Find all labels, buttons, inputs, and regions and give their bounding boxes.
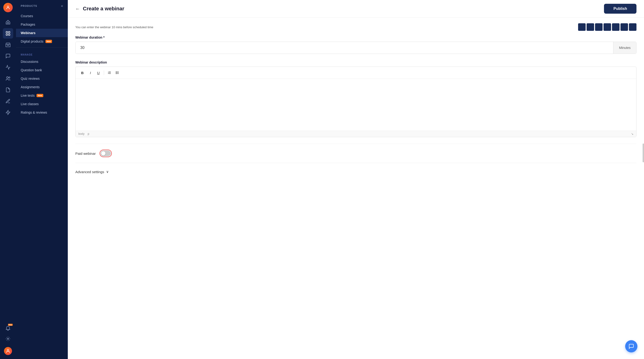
sidebar-item-advanced[interactable] bbox=[3, 334, 13, 344]
sidebar-collapse-button[interactable]: « bbox=[61, 4, 63, 8]
editor-footer: body p ↘ bbox=[76, 131, 636, 137]
sidebar-item-question-bank[interactable]: Question bank bbox=[16, 66, 68, 74]
sidebar-products-title: PRODUCTS bbox=[21, 4, 37, 7]
sidebar-item-analytics[interactable] bbox=[3, 62, 13, 72]
toolbar-separator bbox=[104, 70, 104, 75]
sidebar-item-ratings-reviews[interactable]: Ratings & reviews bbox=[16, 108, 68, 117]
description-editor: B I U body p bbox=[75, 66, 636, 137]
sidebar-item-live-classes[interactable]: Live classes bbox=[16, 100, 68, 108]
sidebar-item-packages[interactable]: Packages bbox=[16, 20, 68, 29]
section-divider-1 bbox=[75, 144, 636, 144]
sidebar-item-discussions[interactable]: Discussions bbox=[16, 57, 68, 66]
notice-block-7 bbox=[629, 23, 636, 31]
content-area: You can enter the webinar 10 mins before… bbox=[68, 18, 644, 359]
duration-unit: Minutes bbox=[613, 42, 636, 54]
editor-toolbar: B I U bbox=[76, 67, 636, 79]
editor-body[interactable] bbox=[76, 79, 636, 131]
sidebar-item-quiz-reviews[interactable]: Quiz reviews bbox=[16, 74, 68, 83]
sidebar-item-products[interactable] bbox=[3, 28, 13, 38]
live-tests-new-badge: New bbox=[36, 94, 43, 97]
paid-webinar-row: Paid webinar bbox=[75, 151, 636, 156]
notice-text: You can enter the webinar 10 mins before… bbox=[75, 25, 153, 29]
svg-rect-1 bbox=[6, 31, 8, 33]
duration-field: Minutes bbox=[75, 42, 636, 54]
sidebar-item-storefront[interactable] bbox=[3, 39, 13, 50]
svg-rect-2 bbox=[8, 31, 10, 33]
sidebar-header: PRODUCTS « bbox=[16, 4, 68, 12]
back-button[interactable]: ← bbox=[75, 6, 80, 11]
ordered-list-button[interactable] bbox=[106, 69, 113, 76]
notice-block-3 bbox=[595, 23, 602, 31]
notice-block-2 bbox=[586, 23, 594, 31]
sidebar-item-courses-alt[interactable] bbox=[3, 96, 13, 106]
svg-point-0 bbox=[7, 6, 9, 7]
sidebar-item-webinars[interactable]: Webinars bbox=[16, 29, 68, 37]
scroll-handle[interactable] bbox=[642, 143, 644, 162]
notice-bar-right bbox=[578, 23, 636, 31]
advanced-settings-chevron-icon: ∨ bbox=[106, 170, 109, 174]
svg-point-8 bbox=[7, 338, 9, 340]
sidebar-item-announce[interactable]: New bbox=[3, 323, 13, 334]
toggle-thumb bbox=[101, 151, 106, 155]
paid-webinar-toggle-wrapper bbox=[100, 151, 111, 156]
notice-block-6 bbox=[620, 23, 628, 31]
sidebar-item-community[interactable] bbox=[3, 73, 13, 84]
advanced-settings-label: Advanced settings bbox=[75, 170, 104, 174]
user-avatar-bottom[interactable] bbox=[3, 346, 13, 356]
svg-point-16 bbox=[116, 71, 116, 72]
publish-button[interactable]: Publish bbox=[604, 4, 636, 14]
webinar-description-label: Webinar description bbox=[75, 60, 636, 64]
sidebar-item-courses[interactable]: Courses bbox=[16, 12, 68, 20]
svg-point-17 bbox=[116, 72, 116, 73]
svg-rect-3 bbox=[6, 34, 8, 35]
svg-rect-4 bbox=[8, 34, 10, 35]
bold-button[interactable]: B bbox=[79, 69, 86, 76]
sidebar-item-chat[interactable] bbox=[3, 51, 13, 61]
avatar[interactable] bbox=[3, 3, 13, 12]
new-badge-icon: New bbox=[8, 324, 13, 326]
sidebar-item-digital-products[interactable]: Digital products New bbox=[16, 37, 68, 46]
paid-webinar-toggle[interactable] bbox=[100, 151, 111, 156]
sidebar-item-assignments[interactable]: Assignments bbox=[16, 83, 68, 91]
notice-bar: You can enter the webinar 10 mins before… bbox=[75, 23, 636, 31]
duration-input[interactable] bbox=[76, 42, 613, 54]
icon-bar: New bbox=[0, 0, 16, 359]
notice-block-4 bbox=[604, 23, 611, 31]
sidebar-item-lightning[interactable] bbox=[3, 107, 13, 118]
chat-fab-button[interactable] bbox=[625, 340, 638, 353]
page-title-area: ← Create a webinar bbox=[75, 6, 124, 12]
sidebar-item-home[interactable] bbox=[3, 17, 13, 27]
sidebar-manage-label: MANAGE bbox=[16, 50, 68, 57]
svg-point-9 bbox=[7, 349, 9, 351]
italic-button[interactable]: I bbox=[87, 69, 94, 76]
editor-resize-handle[interactable]: ↘ bbox=[631, 132, 634, 135]
underline-button[interactable]: U bbox=[95, 69, 102, 76]
svg-marker-7 bbox=[6, 110, 10, 115]
webinar-description-group: Webinar description B I U bbox=[75, 60, 636, 137]
svg-point-18 bbox=[116, 73, 116, 74]
top-bar: ← Create a webinar Publish bbox=[68, 0, 644, 18]
advanced-settings-row[interactable]: Advanced settings ∨ bbox=[75, 170, 636, 174]
webinar-duration-group: Webinar duration * Minutes bbox=[75, 35, 636, 54]
editor-footer-tags: body p bbox=[78, 132, 89, 135]
unordered-list-button[interactable] bbox=[114, 69, 121, 76]
sidebar: PRODUCTS « Courses Packages Webinars Dig… bbox=[16, 0, 68, 359]
svg-point-5 bbox=[6, 77, 8, 78]
notice-block-1 bbox=[578, 23, 586, 31]
webinar-duration-label: Webinar duration * bbox=[75, 35, 636, 39]
notice-block-5 bbox=[612, 23, 620, 31]
digital-products-new-badge: New bbox=[46, 40, 52, 43]
paid-webinar-label: Paid webinar bbox=[75, 151, 96, 155]
section-divider-2 bbox=[75, 163, 636, 163]
svg-point-6 bbox=[9, 77, 10, 78]
sidebar-item-documents[interactable] bbox=[3, 85, 13, 95]
main-content: ← Create a webinar Publish You can enter… bbox=[68, 0, 644, 359]
page-title: Create a webinar bbox=[83, 6, 124, 12]
sidebar-item-live-tests[interactable]: Live tests New bbox=[16, 91, 68, 100]
